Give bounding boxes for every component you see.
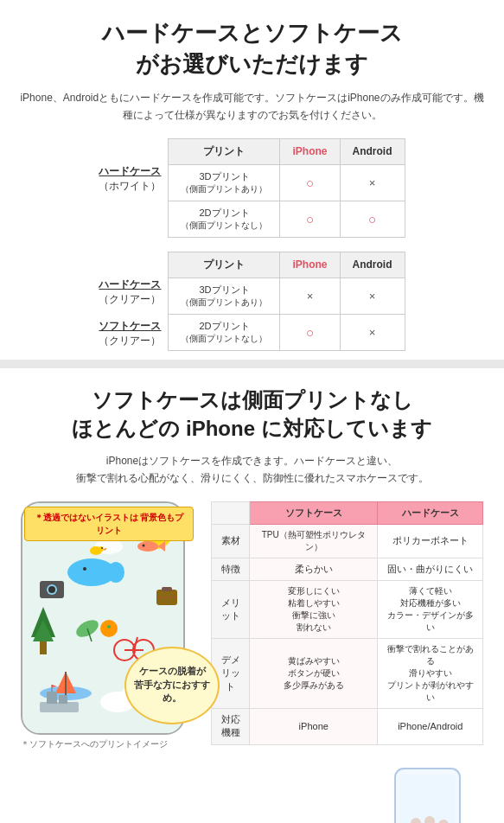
compare-hard-feature: 固い・曲がりにくい xyxy=(378,558,483,580)
main-title: ハードケースとソフトケース がお選びいただけます xyxy=(17,17,487,80)
table1-row2: 2Dプリント（側面プリントなし） ○ ○ xyxy=(169,201,405,237)
svg-rect-42 xyxy=(59,695,67,704)
table1-row1-iphone: ○ xyxy=(280,164,340,201)
table2-row1-label: 3Dプリント（側面プリントあり） xyxy=(169,278,280,314)
section2-content: ＊透過ではないイラストは 背景色もプリント xyxy=(14,501,490,823)
table2-col-header-print: プリント xyxy=(169,252,280,278)
section2-subtitle: iPhoneはソフトケースを作成できます。ハードケースと違い、 衝撃で割れる心配… xyxy=(14,452,490,488)
table2-group: ハードケース （クリアー） ソフトケース （クリアー） プリント iPhone … xyxy=(17,252,487,351)
table1-row2-iphone: ○ xyxy=(280,201,340,237)
table2-row1-iphone: × xyxy=(280,278,340,314)
table2-row2-iphone: ○ xyxy=(280,314,340,350)
compare-soft-models: iPhone xyxy=(250,708,378,744)
compare-soft-feature: 柔らかい xyxy=(250,558,378,580)
table1-row1-android: × xyxy=(340,164,405,201)
table2-col-header-android: Android xyxy=(340,252,405,278)
section1: ハードケースとソフトケース がお選びいただけます iPhone、Androidと… xyxy=(0,0,504,360)
table2-col-header-iphone: iPhone xyxy=(280,252,340,278)
compare-header-hard: ハードケース xyxy=(378,501,483,524)
table1-row1: 3Dプリント（側面プリントあり） ○ × xyxy=(169,164,405,201)
bubble-label: ケースの脱着が 苦手な方におすすめ。 xyxy=(124,647,220,724)
svg-rect-41 xyxy=(47,692,57,704)
clear-phone-wrapper xyxy=(371,756,483,823)
table2: プリント iPhone Android 3Dプリント（側面プリントあり） × ×… xyxy=(168,252,405,351)
compare-hard-models: iPhone/Android xyxy=(378,708,483,744)
compare-row-feature: 特徴 柔らかい 固い・曲がりにくい xyxy=(212,558,483,580)
phone-caption: ＊ソフトケースへのプリントイメージ xyxy=(21,738,194,750)
compare-row-models: 対応機種 iPhone iPhone/Android xyxy=(212,708,483,744)
table1-group1-label: ハードケース （ホワイト） xyxy=(99,164,161,194)
compare-row-demerit: デメリット 黄ばみやすいボタンが硬い多少厚みがある 衝撃で割れることがある滑りや… xyxy=(212,638,483,708)
section2-title: ソフトケースは側面プリントなし ほとんどの iPhone に対応しています xyxy=(14,386,490,443)
svg-rect-58 xyxy=(399,775,456,823)
table2-group1-label: ハードケース （クリアー） xyxy=(99,278,161,307)
compare-soft-demerit: 黄ばみやすいボタンが硬い多少厚みがある xyxy=(250,638,378,708)
table1-row1-label: 3Dプリント（側面プリントあり） xyxy=(169,164,280,201)
svg-rect-26 xyxy=(162,587,172,591)
svg-point-24 xyxy=(48,586,55,593)
svg-point-28 xyxy=(137,541,158,552)
col-header-android: Android xyxy=(340,138,405,164)
table1-group: ハードケース （ホワイト） プリント iPhone Android 3Dプリント… xyxy=(17,138,487,238)
table2-row2: 2Dプリント（側面プリントなし） ○ × xyxy=(169,314,405,350)
compare-header-soft: ソフトケース xyxy=(250,501,378,524)
compare-label-merit: メリット xyxy=(212,580,250,638)
col-header-print: プリント xyxy=(169,138,280,164)
svg-point-48 xyxy=(99,546,104,552)
phone-image-wrapper: ＊透過ではないイラストは 背景色もプリント xyxy=(21,501,194,750)
compare-hard-merit: 薄くて軽い対応機種が多いカラー・デザインが多い xyxy=(378,580,483,638)
col-header-iphone: iPhone xyxy=(280,138,340,164)
compare-label-material: 素材 xyxy=(212,524,250,558)
sticker-label: ＊透過ではないイラストは 背景色もプリント xyxy=(24,507,194,541)
clear-phone-section xyxy=(211,756,483,823)
svg-point-30 xyxy=(143,544,145,546)
svg-point-7 xyxy=(83,567,86,571)
phone-image-column: ＊透過ではないイラストは 背景色もプリント xyxy=(21,501,211,750)
compare-hard-demerit: 衝撃で割れることがある滑りやすいプリントが剥がれやすい xyxy=(378,638,483,708)
section1-subtitle: iPhone、Androidともにハードケースを作成可能です。ソフトケースはiP… xyxy=(17,89,487,124)
table2-row2-android: × xyxy=(340,314,405,350)
table2-side-labels: ハードケース （クリアー） ソフトケース （クリアー） xyxy=(99,252,161,348)
table1-row2-label: 2Dプリント（側面プリントなし） xyxy=(169,201,280,237)
compare-soft-material: TPU（熱可塑性ポリウレタン） xyxy=(250,524,378,558)
section2: ソフトケースは側面プリントなし ほとんどの iPhone に対応しています iP… xyxy=(0,368,504,823)
compare-label-feature: 特徴 xyxy=(212,558,250,580)
compare-hard-material: ポリカーボネート xyxy=(378,524,483,558)
table2-group2-label: ソフトケース （クリアー） xyxy=(99,319,161,348)
compare-soft-merit: 変形しにくい粘着しやすい衝撃に強い割れない xyxy=(250,580,378,638)
table2-row1: 3Dプリント（側面プリントあり） × × xyxy=(169,278,405,314)
compare-header-empty xyxy=(212,501,250,524)
table1-side-labels: ハードケース （ホワイト） xyxy=(99,138,161,211)
svg-point-50 xyxy=(101,547,103,549)
compare-table: ソフトケース ハードケース 素材 TPU（熱可塑性ポリウレタン） ポリカーボネー… xyxy=(211,501,483,745)
table1-outer: プリント iPhone Android 3Dプリント（側面プリントあり） ○ ×… xyxy=(168,138,405,238)
clear-phone-svg xyxy=(371,756,483,823)
svg-point-46 xyxy=(107,625,111,628)
table2-row2-label: 2Dプリント（側面プリントなし） xyxy=(169,314,280,350)
compare-row-merit: メリット 変形しにくい粘着しやすい衝撃に強い割れない 薄くて軽い対応機種が多いカ… xyxy=(212,580,483,638)
compare-label-models: 対応機種 xyxy=(212,708,250,744)
table2-outer: プリント iPhone Android 3Dプリント（側面プリントあり） × ×… xyxy=(168,252,405,351)
table1: プリント iPhone Android 3Dプリント（側面プリントあり） ○ ×… xyxy=(168,138,405,238)
compare-row-material: 素材 TPU（熱可塑性ポリウレタン） ポリカーボネート xyxy=(212,524,483,558)
svg-point-6 xyxy=(107,562,124,583)
compare-table-column: ソフトケース ハードケース 素材 TPU（熱可塑性ポリウレタン） ポリカーボネー… xyxy=(211,501,483,823)
section-divider xyxy=(0,360,504,368)
table2-row1-android: × xyxy=(340,278,405,314)
table1-row2-android: ○ xyxy=(340,201,405,237)
